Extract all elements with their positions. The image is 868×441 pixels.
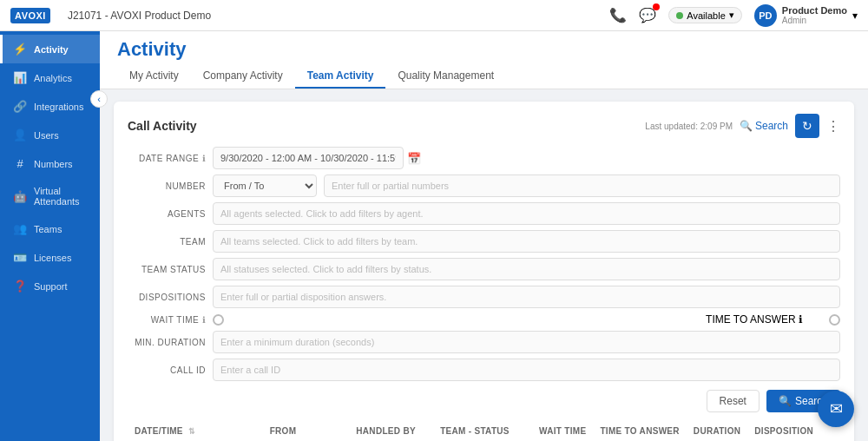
col-datetime: DATE/TIME ⇅ (128, 421, 263, 441)
agents-input[interactable] (213, 202, 840, 225)
tab-team-activity[interactable]: Team Activity (295, 64, 386, 89)
page-header: Activity My Activity Company Activity Te… (100, 31, 868, 89)
analytics-icon: 📊 (13, 71, 27, 84)
col-wait-time: WAIT TIME (532, 421, 593, 441)
min-duration-label: MIN. DURATION (128, 338, 206, 347)
phone-icon[interactable]: 📞 (609, 7, 627, 23)
card-header: Call Activity Last updated: 2:09 PM 🔍 Se… (128, 114, 840, 138)
last-updated: Last updated: 2:09 PM (645, 122, 733, 131)
search-circle-icon: 🔍 (740, 120, 753, 132)
sidebar-label-support: Support (34, 281, 68, 292)
date-range-label: DATE RANGE ℹ (128, 154, 206, 163)
logo: AVOXI (10, 8, 50, 23)
dispositions-label: DISPOSITIONS (128, 293, 206, 302)
page-tabs: My Activity Company Activity Team Activi… (117, 64, 851, 89)
reset-button[interactable]: Reset (707, 390, 760, 412)
activity-icon: ⚡ (13, 43, 27, 56)
sidebar-item-analytics[interactable]: 📊 Analytics (0, 63, 100, 92)
time-to-answer-info-icon: ℹ (799, 313, 803, 326)
logo-text: AVOXI (10, 8, 50, 23)
table-wrap: DATE/TIME ⇅ FROM HANDLED BY TEAM - STATU… (128, 421, 840, 441)
wait-time-radio[interactable] (213, 314, 224, 326)
calls-table: DATE/TIME ⇅ FROM HANDLED BY TEAM - STATU… (128, 421, 840, 441)
tab-company-activity[interactable]: Company Activity (191, 64, 295, 89)
call-id-input[interactable] (213, 359, 840, 381)
col-from: FROM (263, 421, 350, 441)
content-area: Call Activity Last updated: 2:09 PM 🔍 Se… (100, 89, 868, 441)
date-range-info-icon: ℹ (202, 154, 207, 163)
filter-row-team-status: TEAM STATUS (128, 258, 840, 280)
team-status-label: TEAM STATUS (128, 265, 206, 274)
dispositions-input[interactable] (213, 286, 840, 308)
sidebar-item-numbers[interactable]: # Numbers (0, 149, 100, 178)
sidebar-label-users: Users (34, 130, 59, 141)
messages-icon[interactable]: 💬 (639, 7, 656, 23)
numbers-icon: # (13, 157, 27, 170)
status-label: Available (687, 10, 725, 21)
search-link-label: Search (755, 120, 788, 132)
status-chevron: ▾ (729, 10, 734, 21)
wait-time-controls: TIME TO ANSWER ℹ (213, 313, 840, 326)
calendar-icon[interactable]: 📅 (407, 152, 421, 165)
date-range-input[interactable] (213, 147, 404, 169)
teams-icon: 👥 (13, 222, 27, 235)
col-handled-by: HANDLED BY (349, 421, 433, 441)
status-dot (676, 12, 683, 19)
integrations-icon: 🔗 (13, 100, 27, 113)
message-badge (653, 3, 660, 10)
sidebar-item-activity[interactable]: ⚡ Activity (0, 35, 100, 63)
sidebar-label-numbers: Numbers (34, 159, 73, 169)
filter-row-team: TEAM (128, 230, 840, 253)
call-activity-card: Call Activity Last updated: 2:09 PM 🔍 Se… (114, 102, 854, 441)
sidebar-item-support[interactable]: ❓ Support (0, 272, 100, 300)
sidebar-label-analytics: Analytics (34, 73, 72, 83)
filter-row-call-id: CALL ID (128, 359, 840, 381)
wait-time-info-icon: ℹ (202, 315, 207, 325)
main-content: Activity My Activity Company Activity Te… (100, 31, 868, 441)
sidebar-item-licenses[interactable]: 🪪 Licenses (0, 243, 100, 272)
tab-my-activity[interactable]: My Activity (117, 64, 191, 89)
col-duration: DURATION (687, 421, 747, 441)
user-chevron: ▾ (852, 10, 858, 22)
search-button-icon: 🔍 (779, 395, 792, 407)
sidebar-item-teams[interactable]: 👥 Teams (0, 214, 100, 243)
more-options-button[interactable]: ⋮ (826, 118, 840, 135)
chat-fab[interactable]: ✉ (818, 391, 854, 427)
filter-row-date-range: DATE RANGE ℹ 📅 (128, 147, 840, 169)
users-icon: 👤 (13, 128, 27, 142)
sidebar-nav: ⚡ Activity 📊 Analytics 🔗 Integrations 👤 … (0, 35, 100, 441)
team-input[interactable] (213, 230, 840, 253)
page-title: Activity (117, 38, 851, 61)
agents-label: AGENTS (128, 209, 206, 219)
avatar: PD (754, 4, 777, 27)
sidebar-label-virtual-attendants: Virtual Attendants (34, 186, 89, 207)
sidebar-item-virtual-attendants[interactable]: 🤖 Virtual Attendants (0, 178, 100, 214)
sidebar-label-licenses: Licenses (34, 253, 71, 263)
team-status-input[interactable] (213, 258, 840, 280)
team-label: TEAM (128, 237, 206, 247)
number-select[interactable]: From / To (213, 174, 317, 197)
number-input[interactable] (324, 174, 840, 197)
topbar-title: J21071 - AVOXI Product Demo (68, 10, 609, 22)
support-icon: ❓ (13, 280, 27, 293)
licenses-icon: 🪪 (13, 251, 27, 264)
sidebar-collapse-button[interactable]: ‹ (90, 90, 108, 108)
table-header-row: DATE/TIME ⇅ FROM HANDLED BY TEAM - STATU… (128, 421, 840, 441)
sidebar-item-integrations[interactable]: 🔗 Integrations (0, 92, 100, 121)
card-title: Call Activity (128, 119, 197, 133)
user-menu[interactable]: PD Product Demo Admin ▾ (754, 4, 858, 27)
sidebar-label-activity: Activity (34, 44, 69, 55)
sidebar-label-integrations: Integrations (34, 102, 83, 112)
card-header-right: Last updated: 2:09 PM 🔍 Search ↻ ⋮ (645, 114, 840, 138)
time-to-answer-radio[interactable] (829, 314, 840, 326)
sort-icon-datetime[interactable]: ⇅ (188, 427, 195, 436)
filter-row-wait-time: WAIT TIME ℹ TIME TO ANSWER ℹ (128, 313, 840, 326)
refresh-button[interactable]: ↻ (795, 114, 819, 138)
search-link[interactable]: 🔍 Search (740, 120, 788, 132)
tab-quality-management[interactable]: Quality Management (385, 64, 506, 89)
sidebar-item-users[interactable]: 👤 Users (0, 121, 100, 149)
status-selector[interactable]: Available ▾ (668, 7, 741, 23)
min-duration-input[interactable] (213, 331, 840, 353)
filter-row-min-duration: MIN. DURATION (128, 331, 840, 353)
filter-grid: DATE RANGE ℹ 📅 NUMBER From / To (128, 147, 840, 381)
